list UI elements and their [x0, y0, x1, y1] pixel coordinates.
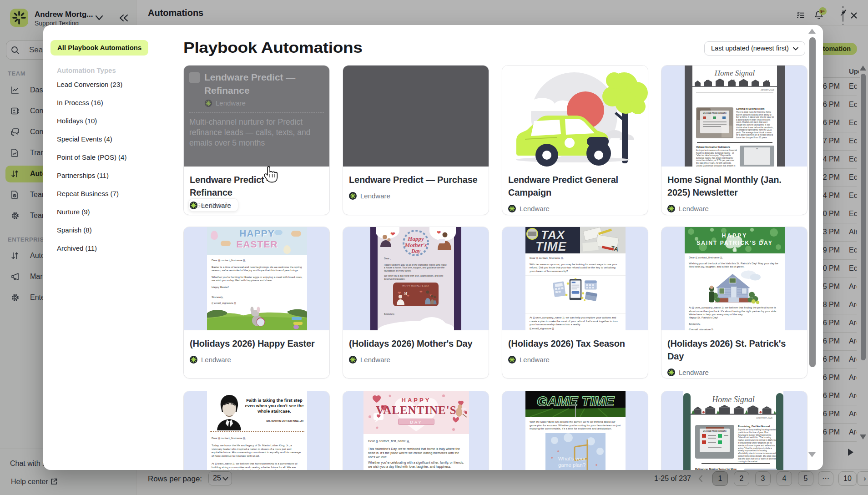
svg-text:What's your: What's your [558, 456, 586, 461]
svg-text:Day: Day [411, 248, 421, 254]
svg-text:GAME TIME: GAME TIME [537, 394, 615, 409]
svg-text:game plan?: game plan? [558, 462, 585, 468]
svg-text:Mother's: Mother's [404, 242, 427, 248]
svg-text:Happy: Happy [407, 235, 424, 242]
